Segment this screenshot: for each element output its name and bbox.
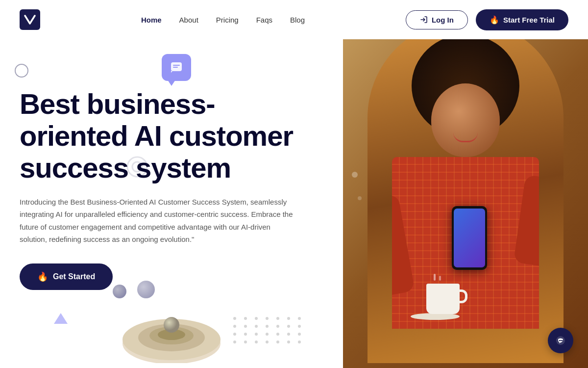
dot-grid bbox=[233, 317, 304, 343]
svg-point-12 bbox=[560, 340, 561, 341]
nav-about[interactable]: About bbox=[179, 16, 198, 24]
deco-cog bbox=[122, 152, 152, 184]
nav-faqs[interactable]: Faqs bbox=[256, 16, 272, 24]
coffee-cup bbox=[426, 284, 460, 314]
deco-torus bbox=[118, 304, 216, 358]
svg-point-13 bbox=[562, 340, 563, 341]
login-icon bbox=[420, 16, 428, 24]
nav-blog[interactable]: Blog bbox=[290, 16, 305, 24]
deco-sphere-small bbox=[113, 285, 126, 298]
svg-point-11 bbox=[559, 340, 560, 341]
logo[interactable] bbox=[20, 9, 40, 30]
login-button[interactable]: Log In bbox=[406, 10, 468, 29]
svg-point-2 bbox=[132, 162, 142, 172]
deco-chat-bubble bbox=[162, 54, 191, 81]
nav-home[interactable]: Home bbox=[141, 16, 162, 24]
svg-point-8 bbox=[164, 317, 179, 333]
person-phone bbox=[452, 206, 487, 270]
cup-handle bbox=[458, 289, 467, 303]
hero-description: Introducing the Best Business-Oriented A… bbox=[20, 196, 294, 246]
hero-title: Best business-oriented AI customer succe… bbox=[20, 88, 318, 184]
deco-dot-1 bbox=[352, 172, 358, 178]
deco-circle bbox=[15, 64, 28, 78]
navbar: Home About Pricing Faqs Blog Log In 🔥 St… bbox=[0, 0, 588, 39]
deco-sphere-medium bbox=[137, 281, 155, 298]
nav-actions: Log In 🔥 Start Free Trial bbox=[406, 9, 568, 30]
hero-right bbox=[343, 0, 588, 368]
hero-arch bbox=[368, 20, 564, 363]
get-started-button[interactable]: 🔥 Get Started bbox=[20, 263, 113, 290]
person-face bbox=[431, 83, 500, 157]
deco-torus-area bbox=[108, 280, 225, 358]
phone-screen bbox=[454, 209, 485, 267]
chat-widget[interactable] bbox=[548, 328, 573, 353]
nav-pricing[interactable]: Pricing bbox=[216, 16, 239, 24]
deco-dot-2 bbox=[358, 196, 362, 200]
svg-point-1 bbox=[127, 157, 147, 177]
nav-links: Home About Pricing Faqs Blog bbox=[141, 16, 305, 24]
trial-button[interactable]: 🔥 Start Free Trial bbox=[476, 9, 568, 30]
deco-triangle bbox=[54, 313, 68, 324]
cup-saucer bbox=[411, 313, 460, 320]
cup-steam bbox=[434, 274, 436, 281]
hero-left: Best business-oriented AI customer succe… bbox=[0, 39, 343, 368]
chat-icon bbox=[554, 334, 567, 347]
